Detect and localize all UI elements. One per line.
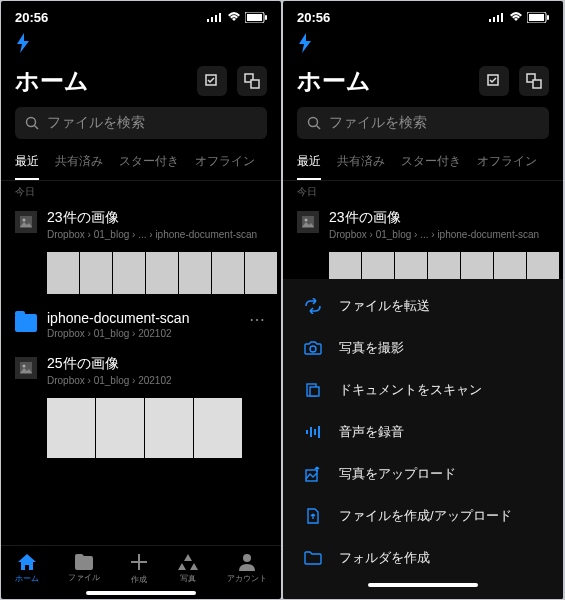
tabbar-files[interactable]: ファイル [68,554,100,583]
sheet-create-upload-file[interactable]: ファイルを作成/アップロード [283,495,563,537]
item-more-button[interactable]: ⋯ [247,310,267,329]
svg-rect-18 [493,17,495,22]
thumbnail-strip[interactable] [1,248,281,302]
person-icon [238,553,256,571]
battery-icon [245,12,267,23]
list-item[interactable]: 25件の画像 Dropbox › 01_blog › 202102 [1,347,281,394]
svg-rect-5 [247,14,262,21]
image-stack-icon [15,357,37,379]
tab-shared[interactable]: 共有済み [55,147,103,180]
svg-point-15 [23,365,26,368]
section-today: 今日 [1,181,281,201]
tab-recent[interactable]: 最近 [15,147,39,180]
svg-rect-2 [215,15,217,22]
file-upload-icon [303,508,323,524]
create-action-sheet: ファイルを転送 写真を撮影 ドキュメントをスキャン 音声を録音 写真をアップロー… [283,279,563,599]
signal-icon [489,12,505,22]
page-title: ホーム [15,65,89,97]
svg-rect-3 [219,13,221,22]
phone-right: 20:56 ホーム ファイルを検索 最近 共有済み スター付き オフライン 今日… [283,1,563,599]
filter-tabs: 最近 共有済み スター付き オフライン [283,147,563,181]
svg-rect-36 [314,429,316,435]
sheet-transfer-files[interactable]: ファイルを転送 [283,285,563,327]
tab-offline[interactable]: オフライン [477,147,537,180]
multiselect-button[interactable] [479,66,509,96]
page-header: ホーム [1,57,281,107]
sort-button[interactable] [237,66,267,96]
status-time: 20:56 [297,10,330,25]
tab-shared[interactable]: 共有済み [337,147,385,180]
svg-point-16 [243,554,251,562]
bolt-icon[interactable] [1,29,281,57]
status-time: 20:56 [15,10,48,25]
item-path: Dropbox › 01_blog › 202102 [47,375,267,386]
svg-rect-34 [306,430,308,434]
svg-rect-37 [318,426,320,438]
bolt-icon[interactable] [283,29,563,57]
home-icon [17,553,37,571]
list-item[interactable]: iphone-document-scan Dropbox › 01_blog ›… [1,302,281,347]
svg-rect-33 [310,387,319,396]
sheet-create-folder[interactable]: フォルダを作成 [283,537,563,579]
upload-photo-icon [303,466,323,482]
audio-icon [303,425,323,439]
item-path: Dropbox › 01_blog › 202102 [47,328,237,339]
svg-rect-19 [497,15,499,22]
section-today: 今日 [283,181,563,201]
wifi-icon [227,12,241,22]
wifi-icon [509,12,523,22]
tabbar-create[interactable]: 作成 [129,552,149,585]
sheet-upload-photos[interactable]: 写真をアップロード [283,453,563,495]
svg-rect-20 [501,13,503,22]
svg-point-27 [309,118,318,127]
transfer-icon [303,298,323,314]
sheet-record-audio[interactable]: 音声を録音 [283,411,563,453]
home-indicator[interactable] [368,583,478,587]
new-folder-icon [303,551,323,565]
svg-rect-0 [207,19,209,22]
home-indicator[interactable] [86,591,196,595]
status-bar: 20:56 [1,1,281,29]
tabbar-photos[interactable]: 写真 [178,553,198,584]
sheet-take-photo[interactable]: 写真を撮影 [283,327,563,369]
photos-icon [178,553,198,571]
sort-button[interactable] [519,66,549,96]
tabbar-home[interactable]: ホーム [15,553,39,584]
tab-bar: ホーム ファイル 作成 写真 アカウント [1,545,281,587]
folder-icon [15,312,37,334]
svg-rect-17 [489,19,491,22]
item-path: Dropbox › 01_blog › ... › iphone-documen… [329,229,549,240]
multiselect-button[interactable] [197,66,227,96]
item-title: 23件の画像 [329,209,549,227]
svg-rect-9 [251,80,259,88]
thumbnail-strip[interactable] [1,394,281,466]
signal-icon [207,12,223,22]
tab-starred[interactable]: スター付き [401,147,461,180]
status-icons [207,12,267,23]
search-input[interactable]: ファイルを検索 [297,107,549,139]
svg-rect-35 [310,427,312,437]
tab-recent[interactable]: 最近 [297,147,321,180]
item-title: 23件の画像 [47,209,267,227]
svg-rect-6 [265,15,267,20]
search-placeholder: ファイルを検索 [47,114,145,132]
sheet-scan-document[interactable]: ドキュメントをスキャン [283,369,563,411]
search-placeholder: ファイルを検索 [329,114,427,132]
svg-rect-1 [211,17,213,22]
svg-point-13 [23,219,26,222]
plus-icon [129,552,149,572]
svg-point-30 [305,219,308,222]
phone-left: 20:56 ホーム ファイルを検索 最近 共有済み スター付き オフライン 今日… [1,1,281,599]
svg-point-10 [27,118,36,127]
tab-offline[interactable]: オフライン [195,147,255,180]
search-input[interactable]: ファイルを検索 [15,107,267,139]
status-bar: 20:56 [283,1,563,29]
battery-icon [527,12,549,23]
list-item[interactable]: 23件の画像 Dropbox › 01_blog › ... › iphone-… [283,201,563,248]
svg-line-28 [317,126,321,130]
list-item[interactable]: 23件の画像 Dropbox › 01_blog › ... › iphone-… [1,201,281,248]
tabbar-account[interactable]: アカウント [227,553,267,584]
file-list[interactable]: 23件の画像 Dropbox › 01_blog › ... › iphone-… [1,201,281,545]
tab-starred[interactable]: スター付き [119,147,179,180]
svg-rect-23 [547,15,549,20]
